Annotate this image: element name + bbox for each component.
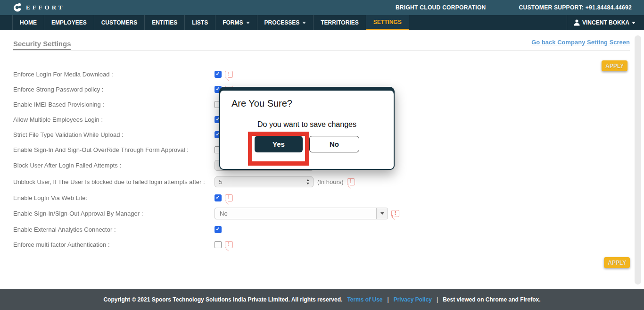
setting-label: Enable External Analytics Connector :	[13, 226, 215, 233]
setting-label: Unblock User, If The User Is blocked due…	[13, 178, 215, 185]
user-menu[interactable]: VINCENT BOKKA	[567, 15, 644, 30]
effort-logo-icon	[12, 2, 23, 13]
nav-item-label: ENTITIES	[152, 19, 177, 26]
dialog-title: Are You Sure?	[231, 98, 292, 109]
user-icon	[574, 19, 580, 26]
dropdown-value: No	[215, 208, 376, 219]
setting-label: Enable LogIn Via Web Lite:	[13, 194, 215, 201]
main-nav: HOMEEMPLOYEESCUSTOMERSENTITIESLISTSFORMS…	[0, 15, 644, 30]
setting-label: Enable IMEI Based Provisioning :	[13, 101, 215, 108]
setting-label: Allow Multiple Employees Login :	[13, 116, 215, 123]
user-name: VINCENT BOKKA	[582, 19, 629, 26]
checkbox-checked[interactable]	[215, 71, 222, 78]
privacy-link[interactable]: Privacy Policy	[394, 296, 432, 303]
setting-label: Strict File Type Validation While Upload…	[13, 131, 215, 138]
setting-label: Enforce Strong Password policy :	[13, 86, 215, 93]
spinner-arrows[interactable]	[305, 179, 313, 184]
nav-item-entities[interactable]: ENTITIES	[145, 15, 185, 30]
go-back-link[interactable]: Go back Company Setting Screen	[531, 39, 630, 46]
nav-item-label: PROCESSES	[264, 19, 300, 26]
nav-item-lists[interactable]: LISTS	[185, 15, 215, 30]
checkbox-checked[interactable]	[215, 226, 222, 233]
customer-support: CUSTOMER SUPPORT: +91.84484.44692	[519, 4, 632, 11]
nav-item-label: HOME	[20, 19, 37, 26]
setting-row: Unblock User, If The User Is blocked due…	[13, 174, 625, 190]
checkbox-unchecked[interactable]	[215, 241, 222, 248]
setting-row: Enforce LogIn For Media Download :	[13, 67, 625, 82]
spin-up-icon[interactable]	[306, 179, 309, 181]
input-suffix: (In hours)	[317, 178, 344, 185]
nav-item-settings[interactable]: SETTINGS	[366, 15, 409, 30]
spin-down-icon[interactable]	[306, 183, 309, 184]
nav-item-label: CUSTOMERS	[101, 19, 137, 26]
apply-button-bottom[interactable]: APPLY	[604, 257, 630, 268]
info-tooltip-icon[interactable]	[225, 241, 233, 248]
terms-link[interactable]: Terms of Use	[347, 296, 382, 303]
brand-name: EFFORT	[26, 4, 65, 11]
nav-item-label: TERRITORIES	[321, 19, 358, 26]
separator: |	[437, 296, 438, 303]
footer: Copyright © 2021 Spoors Technology Solut…	[0, 289, 644, 310]
nav-item-forms[interactable]: FORMS	[215, 15, 257, 30]
setting-row: Enable LogIn Via Web Lite:	[13, 190, 625, 205]
copyright-text: Copyright © 2021 Spoors Technology Solut…	[103, 296, 342, 303]
app-window: EFFORT BRIGHT CLOUD CORPORATION CUSTOMER…	[0, 0, 644, 310]
nav-item-home[interactable]: HOME	[12, 15, 44, 30]
dropdown-arrow-icon[interactable]	[376, 208, 388, 219]
nav-item-label: LISTS	[192, 19, 208, 26]
page-title: Security Settings	[13, 40, 71, 50]
nav-item-label: SETTINGS	[373, 19, 402, 25]
nav-item-label: FORMS	[223, 19, 243, 26]
nav-item-territories[interactable]: TERRITORIES	[314, 15, 366, 30]
dialog-message: Do you want to save changes	[220, 120, 394, 129]
info-tooltip-icon[interactable]	[391, 210, 399, 217]
setting-row: Enable Sign-In/Sign-Out Approval By Mana…	[13, 205, 625, 222]
divider	[13, 50, 630, 50]
vertical-scrollbar[interactable]	[635, 35, 641, 285]
company-name: BRIGHT CLOUD CORPORATION	[396, 4, 486, 11]
setting-row: Enforce multi factor Authentication :	[13, 237, 625, 252]
chevron-down-icon	[246, 22, 250, 24]
nav-item-employees[interactable]: EMPLOYEES	[44, 15, 94, 30]
brand-logo[interactable]: EFFORT	[12, 2, 65, 13]
dropdown-select[interactable]: No	[215, 208, 388, 219]
chevron-down-icon	[302, 22, 306, 24]
annotation-highlight	[248, 132, 309, 166]
browser-note: Best viewed on Chrome and Firefox.	[443, 296, 540, 303]
info-tooltip-icon[interactable]	[225, 194, 233, 201]
no-button[interactable]: No	[309, 136, 359, 152]
number-input[interactable]: 5	[215, 176, 314, 187]
checkbox-checked[interactable]	[215, 194, 222, 201]
setting-label: Block User After Login Failed Attempts :	[13, 162, 215, 169]
chevron-down-icon	[632, 22, 636, 24]
setting-label: Enforce multi factor Authentication :	[13, 241, 215, 248]
info-tooltip-icon[interactable]	[347, 178, 355, 185]
separator: |	[388, 296, 389, 303]
setting-label: Enable Sign-In And Sign-Out OverRide Thr…	[13, 146, 215, 153]
setting-label: Enable Sign-In/Sign-Out Approval By Mana…	[13, 210, 215, 217]
nav-item-processes[interactable]: PROCESSES	[257, 15, 314, 30]
nav-item-label: EMPLOYEES	[51, 19, 87, 26]
nav-item-customers[interactable]: CUSTOMERS	[94, 15, 145, 30]
setting-row: Enable External Analytics Connector :	[13, 222, 625, 237]
top-bar: EFFORT BRIGHT CLOUD CORPORATION CUSTOMER…	[0, 0, 644, 15]
number-value: 5	[215, 178, 305, 185]
info-tooltip-icon[interactable]	[225, 71, 233, 78]
setting-label: Enforce LogIn For Media Download :	[13, 71, 215, 78]
